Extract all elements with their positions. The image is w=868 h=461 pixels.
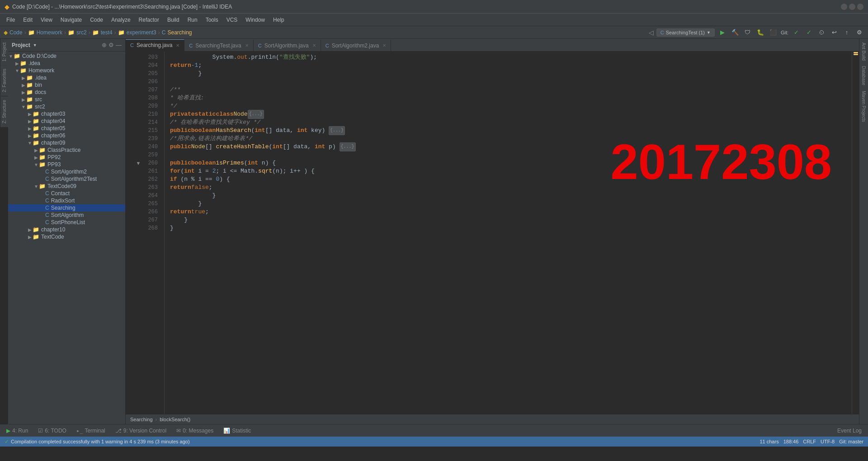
code-line-259[interactable]	[170, 151, 852, 159]
menu-item-refactor[interactable]: Refactor	[135, 15, 163, 24]
tree-item-classpractice[interactable]: ▶📁ClassPractice	[8, 146, 125, 154]
breadcrumb-experiment3[interactable]: experiment3	[127, 29, 156, 36]
project-minimize-button[interactable]: —	[116, 42, 122, 48]
tree-item-searching[interactable]: C Searching	[8, 204, 125, 212]
bottom-bc-searching[interactable]: Searching	[130, 417, 153, 422]
code-line-265[interactable]: }	[170, 200, 852, 208]
project-dropdown-icon[interactable]: ▼	[33, 43, 37, 47]
code-line-207[interactable]: /**	[170, 86, 852, 94]
tab-sortalgorithm[interactable]: CSortAlgorithm.java✕	[254, 39, 321, 51]
tree-item-contact[interactable]: C Contact	[8, 190, 125, 197]
tree-item-sortalgorithm[interactable]: C SortAlgorithm	[8, 212, 125, 219]
code-line-239[interactable]: /*用求余,链表法构建哈希表*/	[170, 135, 852, 143]
menu-item-window[interactable]: Window	[242, 15, 269, 24]
status-git-branch[interactable]: Git: master	[839, 439, 863, 444]
todo-tab[interactable]: ☑ 6: TODO	[33, 426, 71, 435]
tree-item-chapter03[interactable]: ▶📁chapter03	[8, 110, 125, 118]
minimize-button[interactable]: —	[841, 4, 847, 10]
stop-button[interactable]: ⬛	[768, 28, 778, 38]
ant-build-panel-tab[interactable]: Ant Build	[860, 41, 867, 62]
code-line-210[interactable]: private static class Node {...}	[170, 110, 852, 118]
tree-item-sortphonelist[interactable]: C SortPhoneList	[8, 219, 125, 226]
menu-item-run[interactable]: Run	[184, 15, 201, 24]
tree-item-sortalgorithm2[interactable]: C SortAlgorithm2	[8, 168, 125, 175]
statistic-tab[interactable]: 📊 Statistic	[219, 426, 255, 435]
git-check1-button[interactable]: ✓	[791, 28, 801, 38]
code-line-203[interactable]: System.out.println("查找失败");	[170, 53, 852, 61]
tab-searchingtest[interactable]: CSearchingTest.java✕	[184, 39, 253, 51]
tree-item-chapter09[interactable]: ▼📁chapter09	[8, 139, 125, 146]
code-line-204[interactable]: return -1;	[170, 61, 852, 70]
code-line-214[interactable]: /* 在哈希表中查找关键字key */	[170, 118, 852, 127]
breadcrumb-test4[interactable]: test4	[101, 29, 113, 36]
menu-item-file[interactable]: File	[3, 15, 19, 24]
fold-cell-210[interactable]	[135, 110, 142, 118]
tab-sortalgorithm2[interactable]: CSortAlgorithm2.java✕	[321, 39, 392, 51]
menu-item-code[interactable]: Code	[86, 15, 107, 24]
maven-panel-tab[interactable]: Maven Projects	[860, 89, 867, 124]
code-line-209[interactable]: */	[170, 102, 852, 110]
settings-button[interactable]: ⚙	[854, 28, 864, 38]
tree-item-pp92[interactable]: ▶📁PP92	[8, 154, 125, 161]
project-locate-button[interactable]: ⊕	[102, 42, 107, 48]
project-panel-tab[interactable]: 1: Project	[0, 39, 8, 65]
menu-item-help[interactable]: Help	[269, 15, 288, 24]
database-panel-tab[interactable]: Database	[860, 64, 867, 87]
tree-item-chapter10[interactable]: ▶📁chapter10	[8, 226, 125, 233]
tree-item-bin[interactable]: ▶📁bin	[8, 81, 125, 89]
bottom-bc-method[interactable]: blockSearch()	[160, 417, 190, 422]
code-line-267[interactable]: }	[170, 216, 852, 224]
code-line-260[interactable]: public boolean isPrimes(int n) {	[170, 159, 852, 167]
tree-item-radixsort[interactable]: C RadixSort	[8, 197, 125, 204]
run-config-selector[interactable]: C SearchingTest (1) ▼	[656, 28, 715, 37]
code-content[interactable]: System.out.println("查找失败"); return -1; }…	[165, 52, 852, 414]
version-control-tab[interactable]: ⎇ 9: Version Control	[111, 426, 171, 435]
tab-close-button[interactable]: ✕	[382, 43, 386, 48]
code-line-263[interactable]: return false;	[170, 183, 852, 192]
tab-close-button[interactable]: ✕	[245, 43, 249, 48]
code-line-240[interactable]: public Node[] createHashTable(int[] data…	[170, 143, 852, 151]
code-line-266[interactable]: return true;	[170, 208, 852, 216]
fold-cell-215[interactable]	[135, 127, 142, 135]
fold-open-icon[interactable]: ▼	[136, 159, 141, 167]
structure-panel-tab[interactable]: Z: Structure	[0, 96, 8, 127]
tree-item-textcode[interactable]: ▶📁TextCode	[8, 233, 125, 240]
git-undo-button[interactable]: ↩	[829, 28, 839, 38]
tree-item-chapter06[interactable]: ▶📁chapter06	[8, 132, 125, 139]
code-line-215[interactable]: public boolean HashSearch(int[] data, in…	[170, 127, 852, 135]
breadcrumb-searching[interactable]: Searching	[167, 29, 192, 36]
tree-item-idea2[interactable]: ▶📁.idea	[8, 74, 125, 81]
tree-item-textcode09[interactable]: ▼📁TextCode09	[8, 183, 125, 190]
fold-cell-240[interactable]	[135, 143, 142, 151]
favorites-panel-tab[interactable]: 2: Favorites	[0, 65, 8, 96]
git-history-button[interactable]: ⏲	[816, 28, 826, 38]
terminal-tab[interactable]: ▸_ Terminal	[72, 426, 110, 435]
code-line-205[interactable]: }	[170, 70, 852, 78]
code-line-206[interactable]	[170, 78, 852, 86]
code-line-208[interactable]: * 哈希直找:	[170, 94, 852, 102]
project-settings-button[interactable]: ⚙	[108, 42, 114, 48]
tab-close-button[interactable]: ✕	[176, 43, 179, 48]
code-line-261[interactable]: for(int i = 2; i <= Math.sqrt(n); i++ ) …	[170, 167, 852, 175]
tree-item-pp93[interactable]: ▼📁PP93	[8, 161, 125, 168]
menu-item-edit[interactable]: Edit	[19, 15, 36, 24]
back-nav-icon[interactable]: ◁	[649, 29, 654, 36]
tree-item-chapter05[interactable]: ▶📁chapter05	[8, 125, 125, 132]
run-button[interactable]: ▶	[717, 28, 727, 38]
close-button[interactable]: ✕	[857, 4, 863, 10]
tree-item-docs[interactable]: ▶📁docs	[8, 89, 125, 96]
event-log-tab[interactable]: Event Log	[833, 426, 866, 435]
run-tab[interactable]: ▶ 4: Run	[2, 426, 33, 435]
status-position[interactable]: 188:46	[783, 439, 799, 444]
code-editor[interactable]: ▼ 20320420520620720820921021421523924025…	[126, 52, 859, 414]
menu-item-view[interactable]: View	[37, 15, 56, 24]
tree-item-code-root[interactable]: ▼📁Code D:\Code	[8, 52, 125, 60]
status-encoding[interactable]: UTF-8	[821, 439, 835, 444]
breadcrumb-homework[interactable]: Homework	[37, 29, 62, 36]
tab-close-button[interactable]: ✕	[312, 43, 316, 48]
tree-item-homework[interactable]: ▼📁Homework	[8, 67, 125, 74]
code-line-264[interactable]: }	[170, 192, 852, 200]
menu-item-navigate[interactable]: Navigate	[57, 15, 85, 24]
breadcrumb-code[interactable]: Code	[9, 29, 23, 36]
tree-item-src2[interactable]: ▼📁src2	[8, 103, 125, 110]
